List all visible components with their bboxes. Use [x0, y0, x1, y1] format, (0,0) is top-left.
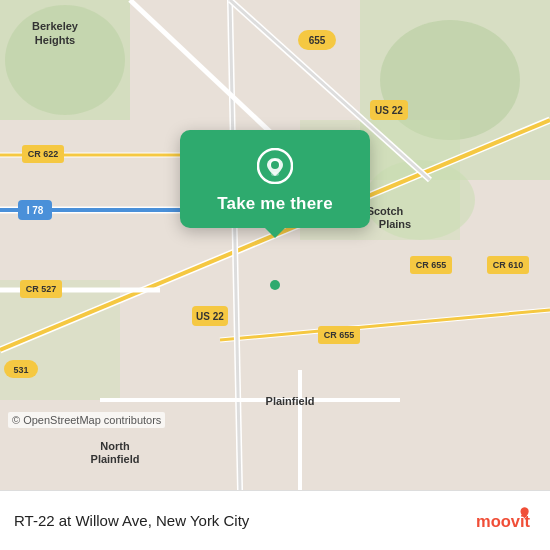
svg-text:Berkeley: Berkeley [32, 20, 79, 32]
svg-text:CR 655: CR 655 [324, 330, 355, 340]
bottom-bar: RT-22 at Willow Ave, New York City moovi… [0, 490, 550, 550]
location-pin-icon [257, 148, 293, 184]
copyright-text: © OpenStreetMap contributors [8, 412, 165, 428]
svg-text:Scotch: Scotch [367, 205, 404, 217]
svg-text:Plainfield: Plainfield [91, 453, 140, 465]
location-title: RT-22 at Willow Ave, New York City [14, 512, 249, 529]
svg-text:CR 622: CR 622 [28, 149, 59, 159]
svg-point-55 [271, 161, 279, 169]
svg-text:Plains: Plains [379, 218, 411, 230]
take-me-there-button[interactable]: Take me there [217, 194, 333, 214]
svg-text:655: 655 [309, 35, 326, 46]
map-container: US 22 US 22 I 78 CR 622 CR 527 CR 655 CR… [0, 0, 550, 490]
svg-text:North: North [100, 440, 130, 452]
svg-text:CR 655: CR 655 [416, 260, 447, 270]
moovit-logo: moovit [476, 503, 536, 539]
svg-point-51 [270, 280, 280, 290]
moovit-icon: moovit [476, 503, 536, 539]
svg-text:Heights: Heights [35, 34, 75, 46]
svg-text:CR 527: CR 527 [26, 284, 57, 294]
popup-card: Take me there [180, 130, 370, 228]
svg-text:US 22: US 22 [375, 105, 403, 116]
svg-text:531: 531 [13, 365, 28, 375]
svg-text:US 22: US 22 [196, 311, 224, 322]
svg-text:Plainfield: Plainfield [266, 395, 315, 407]
svg-text:CR 610: CR 610 [493, 260, 524, 270]
svg-text:I 78: I 78 [27, 205, 44, 216]
